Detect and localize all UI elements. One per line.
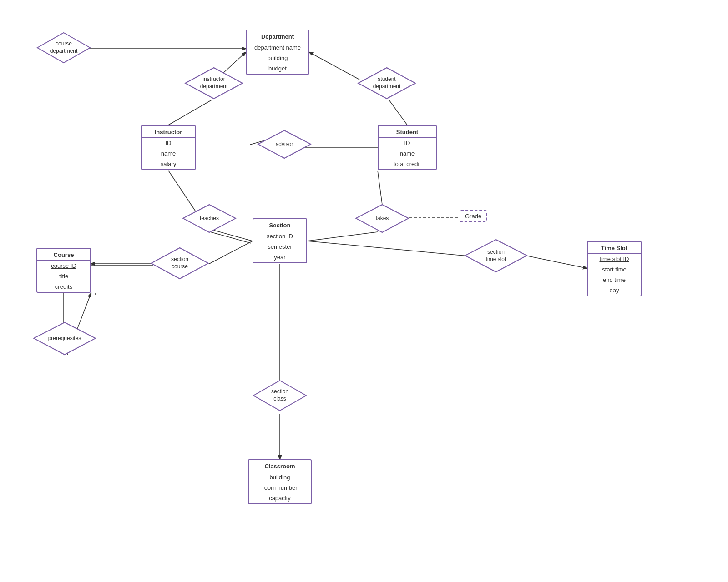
svg-line-11: [307, 232, 378, 241]
course-attr-credits: credits: [37, 281, 90, 292]
teaches-label: teaches: [200, 215, 219, 222]
course-attr-id: course ID: [37, 261, 90, 271]
timeslot-attr-start: start time: [588, 264, 641, 275]
classroom-attr-capacity: capacity: [249, 493, 311, 503]
department-title: Department: [247, 30, 308, 42]
advisor-diamond: advisor: [257, 130, 312, 159]
student-attr-name: name: [379, 148, 436, 159]
grade-box: Grade: [460, 210, 487, 222]
classroom-title: Classroom: [249, 460, 311, 472]
department-attr-budget: budget: [247, 63, 308, 74]
classroom-attr-building: building: [249, 472, 311, 482]
svg-line-5: [168, 100, 212, 125]
section-timeslot-diamond: sectiontime slot: [464, 239, 528, 273]
department-attr-building: building: [247, 53, 308, 63]
section-attr-year: year: [253, 252, 306, 262]
section-class-label: sectionclass: [271, 388, 288, 402]
svg-line-2: [309, 52, 359, 80]
svg-line-18: [307, 241, 469, 256]
section-title: Section: [253, 219, 306, 231]
instructor-entity: Instructor ID name salary: [141, 125, 196, 170]
svg-line-10: [378, 171, 382, 205]
svg-line-9: [210, 232, 251, 243]
course-department-diamond: coursedepartment: [36, 32, 91, 64]
instructor-attr-id: ID: [142, 138, 195, 148]
section-class-diamond: sectionclass: [253, 380, 307, 411]
student-department-diamond: studentdepartment: [357, 67, 416, 100]
course-attr-title: title: [37, 271, 90, 281]
student-attr-id: ID: [379, 138, 436, 148]
instructor-department-diamond: instructordepartment: [184, 67, 243, 100]
prerequesites-label: prerequesites: [48, 335, 81, 342]
classroom-attr-room: room number: [249, 482, 311, 493]
prerequesites-diamond: prerequesites: [33, 321, 96, 356]
advisor-label: advisor: [276, 141, 293, 148]
svg-line-15: [209, 241, 253, 264]
timeslot-entity: Time Slot time slot ID start time end ti…: [587, 241, 642, 296]
section-entity: Section section ID semester year: [253, 218, 307, 263]
timeslot-title: Time Slot: [588, 242, 641, 254]
timeslot-attr-day: day: [588, 285, 641, 296]
course-title: Course: [37, 249, 90, 261]
student-attr-credit: total credit: [379, 159, 436, 169]
section-course-label: sectioncourse: [171, 256, 188, 270]
timeslot-attr-end: end time: [588, 275, 641, 285]
svg-line-19: [528, 256, 587, 268]
classroom-entity: Classroom building room number capacity: [248, 459, 312, 504]
section-timeslot-label: sectiontime slot: [486, 249, 506, 263]
timeslot-attr-id: time slot ID: [588, 254, 641, 264]
grade-label: Grade: [465, 213, 481, 220]
instructor-attr-name: name: [142, 148, 195, 159]
student-title: Student: [379, 126, 436, 138]
instructor-department-label: instructordepartment: [200, 76, 228, 90]
course-department-label: coursedepartment: [50, 40, 78, 55]
takes-diamond: takes: [355, 204, 410, 233]
student-entity: Student ID name total credit: [378, 125, 437, 170]
takes-label: takes: [376, 215, 389, 222]
course-entity: Course course ID title credits: [36, 248, 91, 293]
section-course-diamond: sectioncourse: [150, 247, 209, 280]
section-attr-semester: semester: [253, 241, 306, 252]
student-department-label: studentdepartment: [373, 76, 401, 90]
instructor-title: Instructor: [142, 126, 195, 138]
instructor-attr-salary: salary: [142, 159, 195, 169]
svg-line-6: [389, 100, 407, 125]
section-attr-id: section ID: [253, 231, 306, 241]
department-attr-name: department name: [247, 42, 308, 53]
department-entity: Department department name building budg…: [246, 30, 309, 75]
teaches-diamond: teaches: [182, 204, 237, 233]
